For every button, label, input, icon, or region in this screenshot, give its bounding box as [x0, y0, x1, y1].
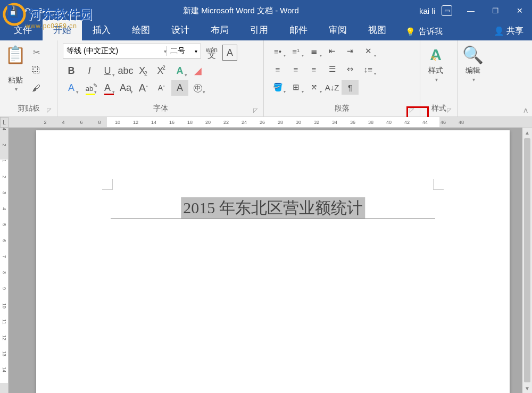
increase-indent-button[interactable]: ⇥ [342, 44, 359, 58]
vertical-ruler[interactable]: 42 1234567891011121314 [0, 128, 9, 393]
text-effects-button[interactable]: A [171, 63, 188, 79]
qat-save-icon[interactable]: 💾 [5, 4, 18, 17]
tab-view[interactable]: 视图 [358, 20, 397, 40]
maximize-button[interactable]: ☐ [483, 0, 508, 21]
text-fill-button[interactable]: A [63, 80, 80, 96]
copy-button[interactable]: ⿻ [29, 63, 44, 78]
highlight-button[interactable]: ab✎ [81, 80, 98, 96]
multilevel-list-button[interactable]: ≣ [305, 44, 322, 58]
tell-me-search[interactable]: 💡 告诉我 [397, 23, 451, 40]
sort-button[interactable]: A↓Z [323, 80, 340, 95]
shrink-font-button[interactable]: A˅ [153, 80, 170, 96]
paste-label: 粘贴 [8, 76, 23, 85]
tab-design[interactable]: 设计 [161, 20, 200, 40]
close-button[interactable]: ✕ [508, 0, 532, 21]
tab-review[interactable]: 审阅 [318, 20, 358, 40]
ruler-mark: 46 [434, 120, 452, 125]
qat-redo-icon[interactable]: ↻ [35, 4, 48, 17]
align-justify-button[interactable]: ☰ [323, 62, 340, 77]
document-heading-selected[interactable]: 2015 年东北区营业额统计 [181, 197, 365, 219]
tab-draw[interactable]: 绘图 [121, 20, 161, 40]
styles-button[interactable]: A✎ 样式 ▾ [423, 43, 448, 85]
borders-button[interactable]: ⊞ [287, 80, 304, 95]
share-button[interactable]: 👤 共享 [485, 22, 532, 40]
char-scale-button[interactable]: ⤧ [305, 80, 322, 95]
document-page[interactable]: 2015 年东北区营业额统计 [36, 130, 510, 393]
phonetic-guide-button[interactable]: wén文 [203, 45, 220, 61]
bullets-button[interactable]: ≡• [269, 44, 286, 58]
ruler-mark: 1 [2, 160, 7, 175]
ruler-mark: 42 [398, 120, 416, 125]
font-launcher[interactable]: ◸ [252, 107, 259, 114]
tab-insert[interactable]: 插入 [82, 20, 121, 40]
clipboard-launcher[interactable]: ◸ [45, 107, 53, 114]
character-border-button[interactable]: A [222, 45, 237, 61]
italic-button[interactable]: I [81, 63, 98, 79]
character-shading-button[interactable]: A [171, 80, 188, 96]
ribbon: 📋 粘贴 ▾ ✂ ⿻ 🖌 剪贴板◸ 等线 (中文正文) ▾ 二号▾ wén文 A [0, 40, 532, 117]
heading-underline [111, 218, 435, 219]
qat-customize-icon[interactable]: ▾ [50, 4, 63, 17]
asian-layout-button[interactable]: ✕ [360, 44, 377, 58]
change-case-button[interactable]: Aa [117, 80, 134, 96]
ruler-mark: 4 [2, 128, 7, 144]
ribbon-display-options-icon[interactable]: ▭ [442, 5, 452, 16]
margin-marker-tr [433, 179, 444, 190]
font-color-button[interactable]: A [99, 80, 116, 96]
ruler-mark: 20 [199, 120, 217, 125]
scissors-icon: ✂ [33, 47, 40, 57]
paragraph-launcher[interactable]: ◸ [408, 107, 415, 114]
cut-button[interactable]: ✂ [29, 45, 44, 60]
shading-button[interactable]: 🪣 [269, 80, 286, 95]
minimize-button[interactable]: — [459, 0, 483, 21]
align-right-button[interactable]: ≡ [305, 62, 322, 77]
align-center-button[interactable]: ≡ [287, 62, 304, 77]
find-icon: 🔍 [463, 45, 483, 65]
vertical-scrollbar[interactable]: ▲ ▼ [522, 128, 532, 393]
font-name-select[interactable]: 等线 (中文正文) [63, 46, 163, 56]
scroll-thumb[interactable] [524, 138, 530, 382]
underline-button[interactable]: U [99, 63, 116, 79]
format-painter-button[interactable]: 🖌 [29, 81, 44, 96]
ruler-mark: 26 [253, 120, 271, 125]
line-spacing-button[interactable]: ↕≡ [360, 62, 377, 77]
ruler-mark: 36 [344, 120, 362, 125]
ruler-mark: 2 [36, 120, 54, 125]
grow-font-button[interactable]: A˄ [135, 80, 152, 96]
horizontal-ruler[interactable]: 2468101214161820222426283032343638404244… [9, 117, 532, 127]
distributed-button[interactable]: ⇔ [342, 62, 359, 77]
decrease-indent-button[interactable]: ⇤ [323, 44, 340, 58]
tab-selector[interactable]: L [0, 117, 9, 128]
editing-button[interactable]: 🔍 编辑 ▾ [461, 43, 485, 85]
ruler-mark: 11 [2, 319, 7, 335]
superscript-button[interactable]: X2 [153, 63, 170, 79]
ruler-mark: 28 [271, 120, 289, 125]
ruler-mark: 7 [2, 255, 7, 271]
font-size-select[interactable]: 二号▾ [167, 46, 201, 56]
scroll-down-button[interactable]: ▼ [522, 383, 532, 393]
subscript-button[interactable]: X2 [135, 63, 152, 79]
scroll-up-button[interactable]: ▲ [522, 128, 532, 137]
tab-references[interactable]: 引用 [239, 20, 279, 40]
ruler-mark: 16 [163, 120, 181, 125]
align-left-button[interactable]: ≡ [269, 62, 286, 77]
qat-undo-icon[interactable]: ↶ [20, 4, 33, 17]
show-marks-button[interactable]: ¶ [342, 80, 359, 95]
bold-button[interactable]: B [63, 63, 80, 79]
lightbulb-icon: 💡 [405, 27, 415, 37]
tab-home[interactable]: 开始 [43, 20, 82, 40]
enclose-characters-button[interactable]: ㊥ [189, 80, 206, 96]
paste-button[interactable]: 📋 粘贴 ▾ [3, 43, 28, 94]
tab-mailings[interactable]: 邮件 [279, 20, 318, 40]
ruler-mark: 10 [2, 303, 7, 319]
ruler-mark: 13 [2, 351, 7, 367]
styles-launcher[interactable]: ◸ [445, 107, 453, 114]
account-name[interactable]: kai li [419, 6, 435, 15]
tell-me-label: 告诉我 [419, 27, 443, 37]
strikethrough-button[interactable]: abc [117, 63, 134, 79]
collapse-ribbon-button[interactable]: ʌ [523, 106, 528, 114]
tab-file[interactable]: 文件 [3, 20, 43, 40]
numbering-button[interactable]: ≡¹ [287, 44, 304, 58]
tab-layout[interactable]: 布局 [200, 20, 239, 40]
clear-formatting-button[interactable]: ◢ [189, 63, 206, 79]
